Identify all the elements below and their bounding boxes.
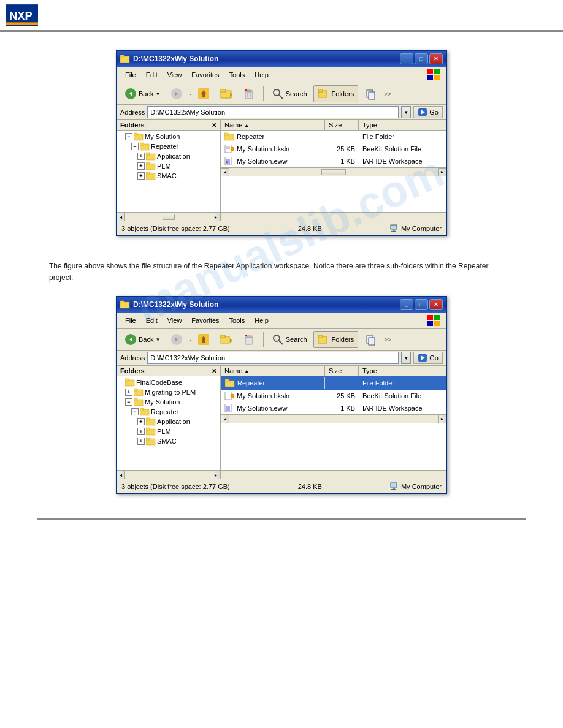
svg-rect-54 bbox=[391, 231, 396, 232]
tree-item-application-1[interactable]: + Application bbox=[117, 151, 220, 161]
address-go-button-1[interactable]: Go bbox=[413, 106, 443, 118]
tree-item-plm-2[interactable]: + PLM bbox=[117, 427, 220, 436]
tree-item-plm-1[interactable]: + PLM bbox=[117, 161, 220, 171]
col-size-1[interactable]: Size bbox=[325, 120, 359, 130]
col-name-2[interactable]: Name ▲ bbox=[221, 366, 325, 376]
tree-expander-smac-1[interactable]: + bbox=[137, 172, 145, 180]
address-dropdown-2[interactable]: ▼ bbox=[401, 352, 411, 364]
bottom-rule bbox=[37, 518, 526, 520]
status-right-section-1: My Computer bbox=[390, 224, 442, 233]
tree-item-smac-2[interactable]: + SMAC bbox=[117, 436, 220, 446]
menu-edit-2[interactable]: Edit bbox=[141, 315, 163, 326]
menu-tools-1[interactable]: Tools bbox=[224, 69, 250, 80]
address-input-2[interactable] bbox=[147, 352, 399, 364]
search-button-2[interactable]: Search bbox=[267, 331, 312, 348]
forward-button-2[interactable] bbox=[166, 331, 187, 348]
tree-item-migrating-2[interactable]: + Migrating to PLM bbox=[117, 387, 220, 397]
minimize-button-2[interactable]: _ bbox=[400, 299, 413, 310]
svg-rect-38 bbox=[146, 153, 150, 155]
close-button-1[interactable]: ✕ bbox=[429, 53, 443, 64]
folder-panel-close-2[interactable]: ✕ bbox=[212, 368, 216, 374]
menu-view-1[interactable]: View bbox=[163, 69, 187, 80]
tree-expander-plm-1[interactable]: + bbox=[137, 162, 145, 170]
file-row-bksln-1[interactable]: My Solution.bksln 25 KB BeeKit Solution … bbox=[221, 143, 446, 155]
menu-favorites-2[interactable]: Favorites bbox=[186, 315, 224, 326]
menu-tools-2[interactable]: Tools bbox=[224, 315, 250, 326]
tree-item-repeater-1[interactable]: − Repeater bbox=[117, 142, 220, 151]
file-row-eww-1[interactable]: A My Solution.eww 1 KB IAR IDE Workspace bbox=[221, 155, 446, 167]
tree-expander-repeater-2[interactable]: − bbox=[131, 408, 139, 415]
maximize-button-1[interactable]: □ bbox=[415, 53, 428, 64]
forward-button-1[interactable] bbox=[166, 85, 187, 102]
menu-help-2[interactable]: Help bbox=[250, 315, 274, 326]
tree-item-smac-1[interactable]: + SMAC bbox=[117, 171, 220, 181]
folder-btn-2[interactable] bbox=[216, 331, 237, 348]
tree-expander-mysolution-1[interactable]: − bbox=[125, 133, 132, 140]
menu-view-2[interactable]: View bbox=[163, 315, 187, 326]
tree-expander-application-2[interactable]: + bbox=[137, 418, 145, 425]
scroll-left-2[interactable]: ◄ bbox=[221, 415, 229, 423]
file-type-repeater-1: File Folder bbox=[359, 132, 446, 142]
tree-expander-plm-2[interactable]: + bbox=[137, 428, 145, 435]
address-go-button-2[interactable]: Go bbox=[413, 352, 443, 364]
delete-btn-1[interactable] bbox=[239, 85, 259, 102]
tree-expander-repeater-1[interactable]: − bbox=[131, 143, 139, 150]
menu-file-2[interactable]: File bbox=[120, 315, 141, 326]
menu-favorites-1[interactable]: Favorites bbox=[186, 69, 224, 80]
copy-btn-2[interactable] bbox=[360, 331, 381, 348]
file-size-eww-2: 1 KB bbox=[325, 403, 359, 413]
col-type-2[interactable]: Type bbox=[359, 366, 446, 376]
back-button-2[interactable]: Back ▼ bbox=[120, 331, 164, 348]
tree-expander-application-1[interactable]: + bbox=[137, 153, 145, 160]
file-panel-2: Name ▲ Size Type bbox=[221, 366, 446, 470]
tree-item-repeater-2[interactable]: − Repeater bbox=[117, 407, 220, 417]
folder-scroll-right-2[interactable]: ► bbox=[212, 471, 220, 479]
tree-item-mysolution-2[interactable]: − My Solution bbox=[117, 397, 220, 407]
delete-btn-2[interactable] bbox=[239, 331, 259, 348]
scroll-right-2[interactable]: ► bbox=[438, 415, 446, 423]
col-type-1[interactable]: Type bbox=[359, 120, 446, 130]
tree-expander-mysolution-2[interactable]: − bbox=[125, 398, 132, 406]
back-button-1[interactable]: Back ▼ bbox=[120, 85, 164, 102]
file-panel-hscroll-1[interactable]: ◄ ► bbox=[221, 167, 446, 176]
tree-item-mysolution-1[interactable]: − My Solution bbox=[117, 132, 220, 142]
folder-scroll-right-1[interactable]: ► bbox=[212, 213, 220, 221]
folders-button-1[interactable]: Folders bbox=[313, 85, 359, 102]
folder-scroll-left-1[interactable]: ◄ bbox=[117, 213, 125, 221]
menu-file-1[interactable]: File bbox=[120, 69, 141, 80]
scroll-left-1[interactable]: ◄ bbox=[221, 168, 229, 176]
tree-expander-migrating-2[interactable]: + bbox=[125, 389, 132, 396]
folder-scroll-left-2[interactable]: ◄ bbox=[117, 471, 125, 479]
tree-expander-smac-2[interactable]: + bbox=[137, 438, 145, 445]
delete-icon-1 bbox=[243, 88, 255, 100]
address-input-1[interactable] bbox=[147, 106, 399, 118]
scroll-right-1[interactable]: ► bbox=[438, 168, 446, 176]
page-content: D:\MC1322x\My Solution _ □ ✕ File Edit V… bbox=[0, 32, 563, 538]
menu-edit-1[interactable]: Edit bbox=[141, 69, 163, 80]
tree-item-finalcodebase-2[interactable]: FinalCodeBase bbox=[117, 377, 220, 387]
close-button-2[interactable]: ✕ bbox=[429, 299, 443, 310]
folder-scroll-thumb-1[interactable] bbox=[163, 214, 175, 220]
file-row-repeater-2[interactable]: Repeater File Folder bbox=[221, 376, 446, 390]
file-row-bksln-2[interactable]: My Solution.bksln 25 KB BeeKit Solution … bbox=[221, 390, 446, 402]
svg-rect-98 bbox=[225, 379, 229, 382]
copy-btn-1[interactable] bbox=[360, 85, 381, 102]
scroll-thumb-h-1[interactable] bbox=[321, 169, 346, 175]
tree-item-application-2[interactable]: + Application bbox=[117, 417, 220, 427]
address-dropdown-1[interactable]: ▼ bbox=[401, 106, 411, 118]
col-size-2[interactable]: Size bbox=[325, 366, 359, 376]
svg-rect-42 bbox=[146, 172, 150, 175]
up-button-1[interactable] bbox=[193, 85, 214, 102]
file-row-eww-2[interactable]: My Solution.eww 1 KB IAR IDE Workspace bbox=[221, 402, 446, 414]
maximize-button-2[interactable]: □ bbox=[415, 299, 428, 310]
file-row-repeater-1[interactable]: Repeater File Folder bbox=[221, 131, 446, 143]
folder-btn-1[interactable] bbox=[216, 85, 237, 102]
file-panel-hscroll-2[interactable]: ◄ ► bbox=[221, 414, 446, 423]
col-name-1[interactable]: Name ▲ bbox=[221, 120, 325, 130]
up-button-2[interactable] bbox=[193, 331, 214, 348]
minimize-button-1[interactable]: _ bbox=[400, 53, 413, 64]
menu-help-1[interactable]: Help bbox=[250, 69, 274, 80]
folder-panel-close-1[interactable]: ✕ bbox=[212, 122, 216, 129]
folders-button-2[interactable]: Folders bbox=[313, 331, 359, 348]
search-button-1[interactable]: Search bbox=[267, 85, 312, 102]
